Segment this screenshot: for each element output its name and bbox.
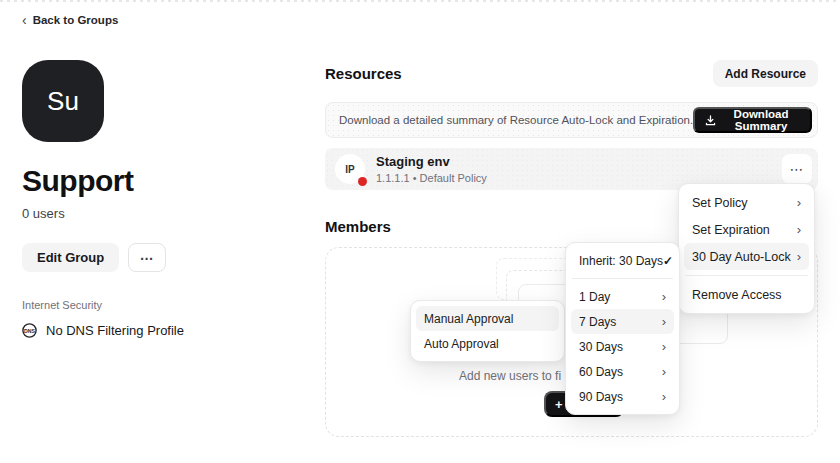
menu-item-30-day-auto-lock[interactable]: 30 Day Auto-Lock › bbox=[684, 243, 809, 270]
menu-item-auto-approval[interactable]: Auto Approval bbox=[416, 331, 559, 356]
resource-status-dot bbox=[358, 177, 367, 186]
download-summary-button[interactable]: Download Summary bbox=[693, 107, 812, 133]
approval-submenu: Manual Approval Auto Approval bbox=[410, 300, 565, 362]
download-summary-label: Download Summary bbox=[722, 108, 800, 132]
chevron-right-icon: › bbox=[662, 315, 666, 328]
group-more-button[interactable]: ⋯ bbox=[128, 243, 166, 272]
group-summary-panel: Su Support 0 users Edit Group ⋯ Internet… bbox=[22, 60, 307, 338]
menu-item-label: Set Policy bbox=[692, 196, 748, 210]
dns-filtering-row: DNS No DNS Filtering Profile bbox=[22, 323, 307, 338]
menu-item-label: Set Expiration bbox=[692, 223, 770, 237]
menu-item-manual-approval[interactable]: Manual Approval bbox=[416, 306, 559, 331]
menu-item-30-days[interactable]: 30 Days › bbox=[571, 334, 674, 359]
edit-group-button[interactable]: Edit Group bbox=[22, 243, 119, 272]
menu-item-1-day[interactable]: 1 Day › bbox=[571, 284, 674, 309]
resource-avatar-label: IP bbox=[345, 164, 354, 175]
autolock-summary-banner: Download a detailed summary of Resource … bbox=[325, 102, 818, 138]
add-resource-button[interactable]: Add Resource bbox=[713, 60, 818, 87]
internet-security-label: Internet Security bbox=[22, 299, 307, 311]
chevron-right-icon: › bbox=[662, 365, 666, 378]
chevron-right-icon: › bbox=[797, 223, 801, 236]
expiration-submenu: Inherit: 30 Days ✓ 1 Day › 7 Days › 30 D… bbox=[565, 242, 680, 415]
chevron-right-icon: › bbox=[662, 290, 666, 303]
menu-item-label: Remove Access bbox=[692, 288, 782, 302]
menu-item-remove-access[interactable]: Remove Access bbox=[684, 281, 809, 308]
menu-item-label: 1 Day bbox=[579, 290, 610, 304]
chevron-right-icon: › bbox=[797, 250, 801, 263]
chevron-right-icon: › bbox=[662, 390, 666, 403]
back-to-groups-link[interactable]: ‹ Back to Groups bbox=[22, 13, 118, 27]
menu-item-label: 30 Day Auto-Lock bbox=[692, 250, 791, 264]
menu-item-label: 30 Days bbox=[579, 340, 623, 354]
dns-globe-icon: DNS bbox=[22, 323, 37, 338]
back-chevron-icon: ‹ bbox=[22, 13, 27, 27]
menu-item-60-days[interactable]: 60 Days › bbox=[571, 359, 674, 384]
resource-meta: Staging env 1.1.1.1 • Default Policy bbox=[376, 154, 782, 183]
dns-profile-label: No DNS Filtering Profile bbox=[46, 323, 184, 338]
resources-heading: Resources bbox=[325, 65, 402, 82]
resource-details: 1.1.1.1 • Default Policy bbox=[376, 172, 782, 184]
download-icon bbox=[705, 115, 716, 126]
empty-members-text: Add new users to fi bbox=[459, 369, 561, 383]
group-user-count: 0 users bbox=[22, 206, 307, 221]
menu-item-label: 90 Days bbox=[579, 390, 623, 404]
menu-divider bbox=[685, 275, 808, 276]
menu-item-set-expiration[interactable]: Set Expiration › bbox=[684, 216, 809, 243]
banner-text: Download a detailed summary of Resource … bbox=[339, 114, 693, 126]
svg-text:DNS: DNS bbox=[24, 328, 35, 334]
chevron-right-icon: › bbox=[797, 196, 801, 209]
group-avatar: Su bbox=[22, 60, 104, 142]
menu-item-label: 60 Days bbox=[579, 365, 623, 379]
page-top-texture bbox=[0, 0, 840, 3]
menu-item-inherit-30-days[interactable]: Inherit: 30 Days ✓ bbox=[571, 248, 674, 273]
check-icon: ✓ bbox=[663, 254, 673, 268]
menu-item-label: 7 Days bbox=[579, 315, 616, 329]
menu-item-90-days[interactable]: 90 Days › bbox=[571, 384, 674, 409]
resource-name: Staging env bbox=[376, 154, 782, 170]
resource-avatar: IP bbox=[335, 154, 365, 184]
resource-context-menu: Set Policy › Set Expiration › 30 Day Aut… bbox=[678, 183, 815, 314]
menu-item-label: Manual Approval bbox=[424, 312, 513, 326]
menu-item-label: Inherit: 30 Days bbox=[579, 254, 663, 268]
group-name: Support bbox=[22, 164, 307, 198]
resource-more-button[interactable]: ⋯ bbox=[782, 154, 812, 184]
menu-item-set-policy[interactable]: Set Policy › bbox=[684, 189, 809, 216]
menu-item-label: Auto Approval bbox=[424, 337, 499, 351]
chevron-right-icon: › bbox=[662, 340, 666, 353]
plus-icon: + bbox=[555, 398, 563, 411]
menu-item-7-days[interactable]: 7 Days › bbox=[571, 309, 674, 334]
menu-divider bbox=[572, 278, 673, 279]
back-link-label: Back to Groups bbox=[33, 14, 119, 26]
